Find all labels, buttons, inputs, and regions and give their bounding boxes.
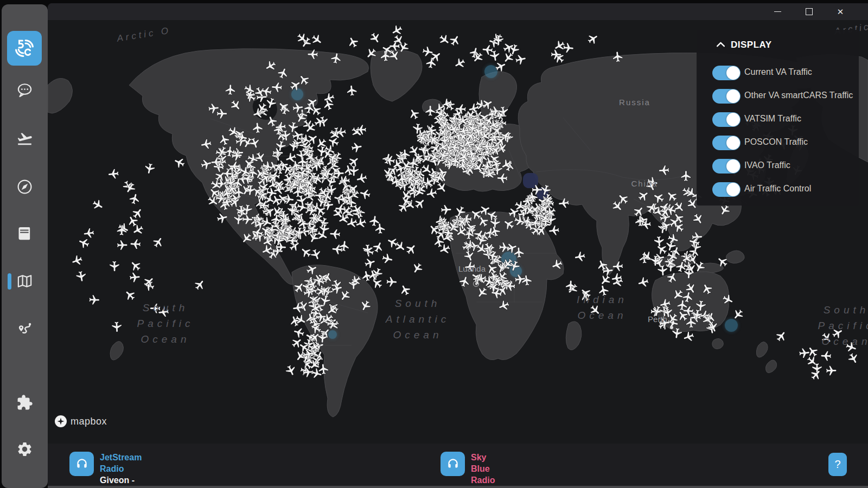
window-close-button[interactable]: ✕: [828, 3, 853, 20]
aircraft-marker[interactable]: [299, 246, 312, 259]
aircraft-marker[interactable]: [404, 242, 418, 256]
aircraft-marker[interactable]: [667, 233, 679, 246]
collapse-panel-chevron-icon[interactable]: [716, 40, 725, 50]
sidebar-item-smartcars-logo[interactable]: [7, 31, 42, 66]
aircraft-marker[interactable]: [322, 99, 335, 111]
aircraft-marker[interactable]: [448, 34, 462, 47]
aircraft-marker[interactable]: [131, 207, 144, 220]
aircraft-marker[interactable]: [330, 229, 341, 239]
aircraft-marker[interactable]: [426, 188, 438, 199]
aircraft-marker[interactable]: [375, 223, 385, 234]
aircraft-marker[interactable]: [365, 47, 378, 60]
aircraft-marker[interactable]: [272, 82, 283, 93]
aircraft-marker[interactable]: [799, 348, 810, 358]
aircraft-marker[interactable]: [407, 107, 420, 121]
aircraft-marker[interactable]: [489, 50, 500, 61]
aircraft-marker[interactable]: [845, 341, 857, 354]
aircraft-marker[interactable]: [666, 271, 679, 284]
aircraft-marker[interactable]: [347, 85, 357, 96]
aircraft-marker[interactable]: [382, 153, 394, 165]
aircraft-marker[interactable]: [665, 189, 679, 203]
aircraft-marker[interactable]: [826, 366, 837, 376]
aircraft-marker[interactable]: [252, 123, 263, 133]
sidebar-item-routes[interactable]: [16, 321, 33, 338]
aircraft-marker[interactable]: [637, 277, 649, 288]
aircraft-marker[interactable]: [658, 265, 668, 276]
sidebar-item-map[interactable]: [16, 273, 33, 290]
aircraft-marker[interactable]: [242, 214, 253, 224]
aircraft-marker[interactable]: [369, 31, 382, 45]
aircraft-marker[interactable]: [347, 36, 360, 49]
aircraft-marker[interactable]: [359, 299, 372, 312]
aircraft-marker[interactable]: [652, 191, 666, 204]
aircraft-marker[interactable]: [305, 132, 319, 146]
aircraft-marker[interactable]: [117, 240, 127, 250]
aircraft-marker[interactable]: [216, 212, 228, 223]
aircraft-marker[interactable]: [130, 239, 141, 249]
aircraft-marker[interactable]: [248, 137, 261, 149]
toggle-current-va-traffic[interactable]: [712, 66, 741, 80]
aircraft-marker[interactable]: [464, 261, 475, 272]
aircraft-marker[interactable]: [692, 212, 705, 226]
aircraft-marker[interactable]: [265, 97, 277, 110]
aircraft-marker[interactable]: [716, 255, 729, 268]
aircraft-marker[interactable]: [682, 331, 695, 343]
toggle-ivao-traffic[interactable]: [712, 159, 741, 174]
aircraft-marker[interactable]: [84, 228, 95, 239]
aircraft-marker[interactable]: [438, 33, 451, 47]
aircraft-marker[interactable]: [632, 204, 646, 218]
aircraft-marker[interactable]: [612, 261, 623, 271]
aircraft-marker[interactable]: [671, 288, 685, 301]
aircraft-marker[interactable]: [458, 275, 470, 288]
aircraft-marker[interactable]: [112, 322, 122, 332]
aircraft-marker[interactable]: [598, 285, 609, 297]
aircraft-marker[interactable]: [399, 284, 412, 297]
aircraft-marker[interactable]: [71, 254, 83, 267]
aircraft-marker[interactable]: [659, 165, 669, 176]
aircraft-marker[interactable]: [463, 249, 475, 262]
aircraft-marker[interactable]: [310, 33, 323, 47]
sidebar-item-chat[interactable]: [16, 82, 33, 99]
aircraft-marker[interactable]: [359, 188, 372, 200]
aircraft-marker[interactable]: [108, 169, 119, 179]
aircraft-marker[interactable]: [308, 49, 318, 59]
aircraft-marker[interactable]: [548, 225, 559, 236]
aircraft-marker[interactable]: [453, 57, 467, 70]
aircraft-marker[interactable]: [316, 229, 329, 242]
aircraft-marker[interactable]: [193, 278, 207, 292]
aircraft-marker[interactable]: [351, 142, 362, 153]
aircraft-marker[interactable]: [217, 109, 227, 118]
help-button[interactable]: ?: [828, 453, 847, 476]
aircraft-marker[interactable]: [254, 151, 267, 164]
aircraft-marker[interactable]: [574, 251, 585, 262]
aircraft-marker[interactable]: [514, 247, 524, 258]
aircraft-marker[interactable]: [75, 271, 86, 282]
aircraft-marker[interactable]: [305, 263, 318, 276]
aircraft-marker[interactable]: [441, 205, 451, 215]
aircraft-marker[interactable]: [290, 336, 304, 349]
aircraft-marker[interactable]: [497, 299, 510, 312]
aircraft-marker[interactable]: [425, 106, 435, 115]
aircraft-marker[interactable]: [225, 85, 235, 95]
aircraft-marker[interactable]: [363, 257, 376, 269]
aircraft-marker[interactable]: [346, 217, 358, 229]
aircraft-marker[interactable]: [144, 163, 155, 175]
aircraft-marker[interactable]: [684, 281, 698, 295]
aircraft-marker[interactable]: [551, 259, 564, 271]
aircraft-marker[interactable]: [700, 282, 713, 296]
aircraft-marker[interactable]: [240, 232, 253, 245]
aircraft-marker[interactable]: [349, 274, 362, 287]
window-maximize-button[interactable]: [796, 3, 821, 20]
aircraft-marker[interactable]: [386, 277, 397, 287]
aircraft-marker[interactable]: [284, 364, 297, 377]
aircraft-marker[interactable]: [218, 134, 231, 146]
aircraft-marker[interactable]: [129, 193, 141, 205]
aircraft-marker[interactable]: [303, 367, 314, 377]
toggle-vatsim-traffic[interactable]: [712, 112, 741, 127]
aircraft-marker[interactable]: [309, 104, 323, 117]
aircraft-marker[interactable]: [91, 198, 105, 211]
aircraft-marker[interactable]: [640, 249, 654, 263]
aircraft-marker[interactable]: [482, 44, 493, 55]
aircraft-marker[interactable]: [821, 351, 831, 361]
aircraft-marker[interactable]: [774, 329, 788, 343]
